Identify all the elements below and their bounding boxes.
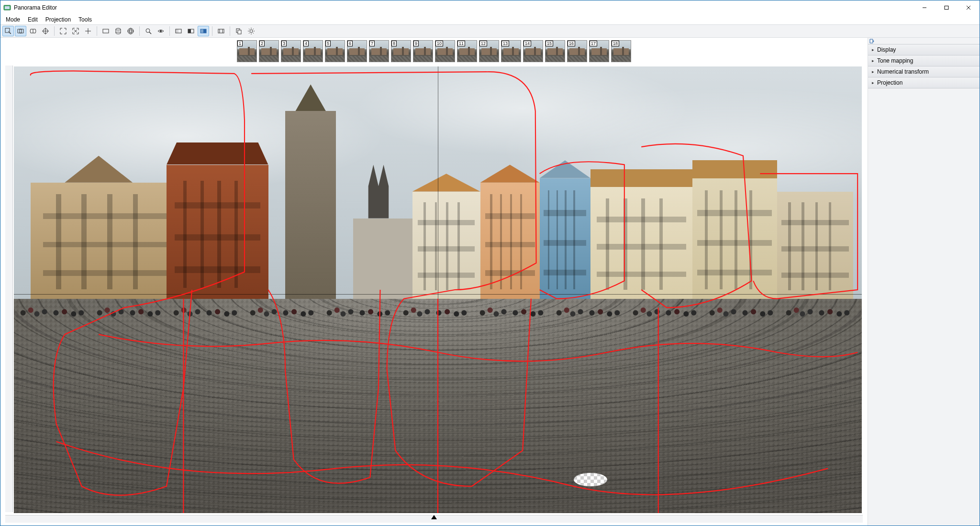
window-maximize-button[interactable] <box>935 0 958 15</box>
projection-cylinder-icon[interactable] <box>112 26 124 36</box>
app-title: Panorama Editor <box>14 4 57 11</box>
thumbnail-11[interactable]: 11 <box>457 40 477 62</box>
titlebar: Panorama Editor <box>0 0 980 15</box>
copy-icon[interactable] <box>233 26 245 36</box>
svg-rect-23 <box>176 29 178 33</box>
panel-display[interactable]: ▸Display <box>868 44 980 55</box>
svg-rect-33 <box>238 30 241 34</box>
side-panel: ▸Display ▸Tone mapping ▸Numerical transf… <box>868 38 980 526</box>
thumbnail-15[interactable]: 15 <box>545 40 565 62</box>
chevron-right-icon: ▸ <box>872 47 874 52</box>
svg-rect-27 <box>200 29 203 33</box>
menu-edit[interactable]: Edit <box>24 15 41 24</box>
thumbnail-8[interactable]: 8 <box>391 40 411 62</box>
compare-ab-icon[interactable] <box>198 26 209 36</box>
toolbar-separator <box>139 26 140 36</box>
toolbar-separator <box>97 26 97 36</box>
thumbnail-5[interactable]: 5 <box>325 40 345 62</box>
toolbar-separator <box>169 26 170 36</box>
svg-point-14 <box>116 28 121 30</box>
chevron-right-icon: ▸ <box>872 58 874 63</box>
menu-mode[interactable]: Mode <box>2 15 23 24</box>
grid-3d-icon[interactable] <box>215 26 227 36</box>
tool-edit-individual-icon[interactable] <box>2 26 14 36</box>
thumbnail-7[interactable]: 7 <box>369 40 389 62</box>
svg-rect-13 <box>103 29 109 33</box>
thumbnail-18[interactable]: 18 <box>611 40 631 62</box>
svg-line-20 <box>149 32 151 34</box>
toolbar <box>0 24 980 38</box>
panel-label: Tone mapping <box>877 57 913 64</box>
svg-point-21 <box>160 30 162 32</box>
projection-sphere-icon[interactable] <box>125 26 136 36</box>
chevron-right-icon: ▸ <box>872 80 874 85</box>
svg-point-15 <box>116 32 121 34</box>
toolbar-separator <box>212 26 212 36</box>
compare-a-icon[interactable] <box>173 26 184 36</box>
thumbnail-3[interactable]: 3 <box>281 40 301 62</box>
panel-label: Projection <box>877 79 902 86</box>
thumbnail-1[interactable]: 1 <box>237 40 257 62</box>
horizontal-ruler[interactable] <box>5 515 863 523</box>
panel-projection[interactable]: ▸Projection <box>868 77 980 88</box>
svg-rect-28 <box>203 29 206 33</box>
tool-center-icon[interactable] <box>40 26 51 36</box>
tool-move-pan-icon[interactable] <box>15 26 26 36</box>
thumbnail-9[interactable]: 9 <box>413 40 433 62</box>
app-icon <box>3 4 11 11</box>
tool-actual-size-icon[interactable] <box>70 26 81 36</box>
projection-rect-icon[interactable] <box>100 26 111 36</box>
window-close-button[interactable] <box>958 0 980 15</box>
menu-tools[interactable]: Tools <box>75 15 95 24</box>
thumbnail-12[interactable]: 12 <box>479 40 499 62</box>
thumbnail-strip: 123456789101112131415161718 <box>0 38 868 64</box>
toolbar-separator <box>54 26 55 36</box>
panel-numerical-transform[interactable]: ▸Numerical transform <box>868 66 980 77</box>
tool-fit-icon[interactable] <box>57 26 69 36</box>
svg-point-18 <box>130 28 132 34</box>
svg-point-17 <box>128 30 134 33</box>
panorama-viewport[interactable] <box>14 66 862 513</box>
vertical-ruler[interactable] <box>5 66 13 512</box>
side-panel-collapse-button[interactable] <box>868 38 980 44</box>
thumbnail-10[interactable]: 10 <box>435 40 455 62</box>
svg-rect-3 <box>945 6 948 10</box>
thumbnail-6[interactable]: 6 <box>347 40 367 62</box>
svg-point-16 <box>128 28 134 34</box>
panel-label: Display <box>877 46 896 53</box>
menu-projection[interactable]: Projection <box>42 15 74 24</box>
thumbnail-2[interactable]: 2 <box>259 40 279 62</box>
center-marker-icon[interactable] <box>431 515 437 519</box>
thumbnail-17[interactable]: 17 <box>589 40 609 62</box>
panorama-canvas-wrap <box>5 66 863 523</box>
tool-straighten-icon[interactable] <box>82 26 94 36</box>
menubar: Mode Edit Projection Tools <box>0 15 980 24</box>
svg-rect-1 <box>5 6 10 9</box>
compare-b-icon[interactable] <box>185 26 197 36</box>
panel-label: Numerical transform <box>877 68 929 75</box>
settings-icon[interactable] <box>245 26 257 36</box>
chevron-right-icon: ▸ <box>872 69 874 74</box>
app-window: Panorama Editor Mode Edit Projection Too… <box>0 0 980 526</box>
seam-overlay <box>14 66 862 513</box>
thumbnail-4[interactable]: 4 <box>303 40 323 62</box>
svg-rect-25 <box>188 29 191 33</box>
tool-rotate-icon[interactable] <box>27 26 39 36</box>
panel-tone-mapping[interactable]: ▸Tone mapping <box>868 55 980 66</box>
thumbnail-16[interactable]: 16 <box>567 40 587 62</box>
toolbar-separator <box>230 26 230 36</box>
svg-point-19 <box>146 29 150 33</box>
window-minimize-button[interactable] <box>913 0 935 15</box>
thumbnail-13[interactable]: 13 <box>501 40 521 62</box>
svg-point-34 <box>250 30 253 33</box>
thumbnail-14[interactable]: 14 <box>523 40 543 62</box>
zoom-tool-icon[interactable] <box>143 26 154 36</box>
svg-rect-29 <box>218 29 224 33</box>
preview-eye-icon[interactable] <box>155 26 167 36</box>
main-area: 123456789101112131415161718 <box>0 38 868 526</box>
